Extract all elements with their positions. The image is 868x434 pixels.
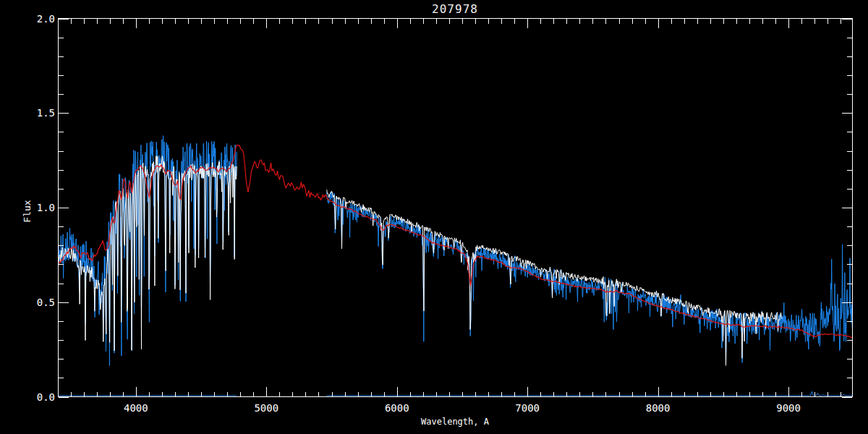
y-tick-label: 2.0	[37, 13, 55, 25]
plot-title: 207978	[58, 2, 852, 16]
x-tick-label: 7000	[515, 402, 540, 414]
spectrum-plot: 4000500060007000800090000.00.51.01.52.0 …	[0, 0, 868, 434]
y-tick-label: 0.0	[37, 391, 55, 403]
x-tick-label: 8000	[646, 402, 671, 414]
x-tick-label: 4000	[124, 402, 148, 414]
x-tick-label: 6000	[385, 402, 409, 414]
chart-canvas: 4000500060007000800090000.00.51.01.52.0	[0, 0, 868, 434]
series-observed-spectrum	[59, 136, 853, 366]
x-tick-label: 5000	[254, 402, 278, 414]
x-tick-label: 9000	[776, 402, 801, 414]
y-axis-label: Flux	[22, 200, 33, 222]
zero-baseline	[59, 391, 853, 396]
y-tick-label: 1.0	[37, 202, 55, 213]
x-axis-label: Wavelength, A	[58, 417, 852, 427]
series-group	[59, 136, 853, 396]
y-tick-label: 1.5	[37, 107, 55, 119]
series-smoothed-spectrum	[59, 156, 783, 366]
y-tick-label: 0.5	[37, 297, 55, 308]
